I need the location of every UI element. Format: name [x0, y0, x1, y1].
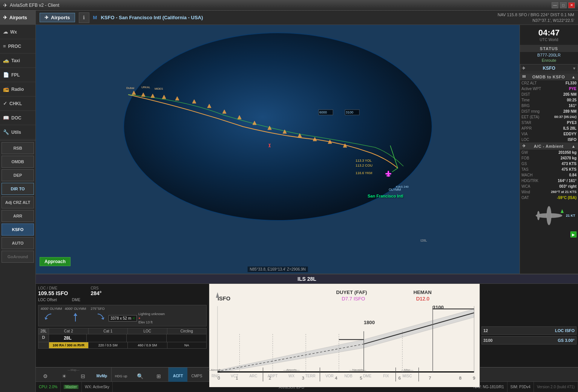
cmps-button[interactable]: CMPS: [187, 368, 206, 382]
auto-button[interactable]: AUTO: [2, 237, 34, 249]
close-button[interactable]: ✕: [568, 2, 575, 8]
rwy-cat-cell: 28L: [38, 328, 49, 334]
svg-text:ISFO: ISFO: [218, 296, 230, 302]
adj-crz-button[interactable]: Adj CRZ ALT: [2, 196, 34, 208]
acft-label: ACFT: [173, 374, 183, 378]
svg-text:6000: 6000: [319, 110, 327, 114]
sidebar-item-proc[interactable]: ≡ PROC: [0, 39, 35, 54]
loc-row: LOC ISFO: [520, 137, 578, 142]
terr-button[interactable]: TERR: [301, 368, 320, 382]
ambient-collapse-icon[interactable]: ▲: [572, 144, 576, 149]
svg-text:KIAS 240: KIAS 240: [396, 185, 409, 188]
search-button[interactable]: 🔍: [130, 368, 149, 382]
svg-text:HEMAN: HEMAN: [413, 289, 431, 295]
approach-button[interactable]: Approach: [40, 257, 71, 266]
min-gs-value: 3100: [483, 338, 492, 343]
airports-header-button[interactable]: ✈ Airports: [40, 13, 75, 22]
dir-to-button[interactable]: DIR TO: [2, 183, 34, 195]
status-indicator: ▶: [520, 231, 578, 238]
approach-plate-title: ILS 28L: [36, 274, 578, 284]
version-text: Version 2.0 (build #71): [537, 385, 575, 389]
gw-label: GW: [521, 150, 528, 155]
acft-button[interactable]: ACFT: [169, 368, 187, 382]
dep-button[interactable]: DEP: [2, 169, 34, 181]
sidebar-item-chkl[interactable]: ✓ CHKL: [0, 96, 35, 111]
tas-value: 475 KTS: [562, 167, 576, 172]
active-wpt-row: Active WPT PYE: [520, 86, 578, 92]
cpu-usage: CPU: 2.0%: [39, 385, 57, 389]
vct-button[interactable]: VCT: [225, 368, 244, 382]
svg-marker-6: [207, 104, 211, 108]
mvmp-button[interactable]: MvMp: [92, 368, 111, 382]
crs-label: CRS: [90, 286, 101, 290]
map-area[interactable]: Dubai URKAL MIDES 113.3 YOL 113.2 COU 11…: [36, 25, 520, 274]
arr-button[interactable]: ARR: [2, 210, 34, 222]
rwy-28l-label: 28L: [49, 334, 87, 342]
sim-status: SIM: P3Dv4: [511, 385, 530, 389]
filter-button[interactable]: ⊟: [74, 368, 92, 382]
star-label: STAR: [521, 121, 531, 125]
via-row: VIA EDDYY: [520, 131, 578, 137]
loc-min-value: 460 / 0.9 SM: [128, 342, 167, 348]
loc-dme-field: LOC / DME 109.55 ISFO: [38, 286, 68, 296]
info-button[interactable]: ℹ: [79, 12, 89, 23]
svg-text:8: 8: [459, 375, 462, 380]
gs-label-right: GS 3.00°: [558, 338, 575, 343]
sidebar-item-radio[interactable]: 📻 Radio: [0, 82, 35, 96]
misc-button[interactable]: MISC: [396, 368, 419, 382]
sidebar-item-airports[interactable]: ✈ Airports: [0, 11, 35, 25]
fix-button[interactable]: FIX: [377, 368, 396, 382]
airport-select[interactable]: ✈ KSFO ▼: [520, 64, 578, 72]
collapse-icon[interactable]: ▲: [572, 75, 576, 79]
svg-marker-2: [151, 94, 155, 98]
aircraft-icon: ✈: [522, 144, 526, 149]
brightness-button[interactable]: ☀: [55, 368, 74, 382]
sidebar-item-fpl[interactable]: 📄 FPL: [0, 68, 35, 82]
via-label: VIA: [521, 132, 527, 136]
map-toolbar-group: —Map— ⚙ ☀ ⊟ MvMp: [36, 368, 112, 381]
proc-icon: ≡: [3, 43, 6, 49]
vor-button[interactable]: VOR: [320, 368, 339, 382]
omdb-button[interactable]: OMDB: [2, 156, 34, 168]
map-svg: Dubai URKAL MIDES 113.3 YOL 113.2 COU 11…: [36, 25, 520, 274]
arpt-button[interactable]: ARPT: [263, 368, 282, 382]
cpu-section: CPU: 2.0%: [36, 382, 61, 392]
svg-marker-38: [561, 209, 564, 213]
ndb-button[interactable]: NDB: [339, 368, 358, 382]
brg-value: 161°: [569, 104, 576, 108]
chkl-icon: ✓: [3, 101, 7, 106]
rwy-id: 28L: [64, 335, 72, 341]
minimize-button[interactable]: —: [552, 2, 558, 8]
settings-button[interactable]: ⚙: [36, 368, 55, 382]
map-layout-button[interactable]: ⊞: [149, 368, 168, 382]
wx-toolbar-button[interactable]: WX: [282, 368, 301, 382]
svg-text:9: 9: [473, 375, 475, 380]
hdg-up-button[interactable]: HDG up: [112, 368, 130, 382]
time-field-value: 00:25: [567, 98, 576, 102]
svg-text:116.6 YKM: 116.6 YKM: [356, 171, 372, 175]
crs-value: 284°: [90, 290, 101, 296]
ksfo-button[interactable]: KSFO: [2, 224, 34, 236]
dme-toolbar-button[interactable]: DME: [358, 368, 377, 382]
search-icon: 🔍: [137, 373, 143, 379]
wx-toolbar-label: WX: [288, 374, 294, 378]
arc-button[interactable]: ARC: [244, 368, 263, 382]
rsb-button[interactable]: RSB: [2, 142, 34, 154]
hdg-trk-row: HDG/TRK 164° / 161°: [520, 178, 578, 184]
cat1-min-value: 220 / 0.5 SM: [89, 342, 128, 348]
wx-section: WX: ActiveSky: [82, 382, 113, 392]
sidebar-item-wx[interactable]: ☁ Wx: [0, 25, 35, 39]
maximize-button[interactable]: □: [560, 2, 567, 8]
hdg-trk-label: HDG/TRK: [521, 179, 538, 183]
active-wpt-label: Active WPT: [521, 87, 541, 91]
sun-icon: ☀: [62, 373, 67, 379]
rng-button[interactable]: RNG: [206, 368, 225, 382]
sidebar-item-doc[interactable]: 📖 DOC: [0, 111, 35, 125]
content-area: ✈ Airports ℹ M KSFO - San Francisco Intl…: [36, 11, 578, 392]
sidebar-item-taxi[interactable]: 🚕 Taxi: [0, 54, 35, 68]
chevron-down-icon[interactable]: ▼: [572, 66, 576, 70]
wind-label: Wind: [521, 190, 530, 194]
sidebar-item-utils[interactable]: 🔧 Utils: [0, 125, 35, 139]
goaround-button[interactable]: GoAround: [2, 251, 34, 263]
empty-cell-3: [167, 334, 206, 342]
